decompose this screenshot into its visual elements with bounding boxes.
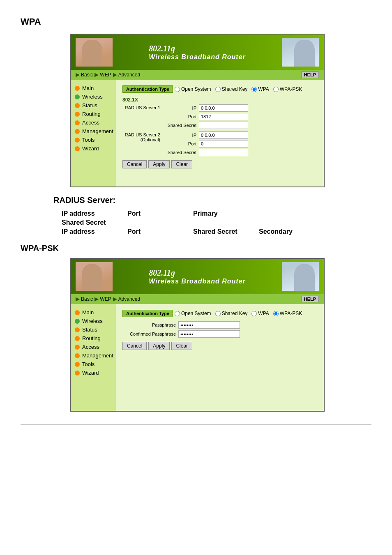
help-button[interactable]: HELP (301, 71, 319, 78)
radio-wpa-psk[interactable]: WPA-PSK (273, 86, 302, 92)
wpa-psk-sidebar-management[interactable]: Management (71, 351, 116, 360)
passphrase-input[interactable] (178, 321, 240, 329)
wpa-psk-radio-open-system[interactable]: Open System (175, 311, 211, 316)
nav-arrow-1: ▶ (76, 72, 79, 78)
wpa-psk-sidebar-access[interactable]: Access (71, 343, 116, 351)
radius1-ip-input[interactable] (199, 104, 248, 112)
radius1-secret-row: Shared Secret (164, 122, 248, 129)
wpa-psk-radio-wpa-psk-input[interactable] (273, 311, 279, 316)
radius-description: RADIUS Server: IP address Port Primary S… (53, 196, 371, 235)
wpa-psk-router-header: 802.11g Wireless Broadband Router (71, 259, 324, 294)
wpa-psk-nav-links: ▶ Basic ▶ WEP ▶ Advanced (76, 296, 140, 302)
wpa-btn-row: Cancel Apply Clear (122, 160, 317, 168)
wpa-psk-header-image-right (282, 262, 319, 291)
wpa-psk-sidebar-wizard[interactable]: Wizard (71, 368, 116, 377)
nav-wep[interactable]: WEP (100, 72, 111, 78)
radio-wpa-input[interactable] (251, 87, 257, 92)
desc-ip-address-2: IP address (62, 228, 111, 235)
wpa-main-content: Authentication Type Open System Shared K… (116, 80, 324, 187)
nav-arrow-2: ▶ (95, 72, 98, 78)
sidebar-item-main[interactable]: Main (71, 84, 116, 92)
wpa-apply-button[interactable]: Apply (148, 160, 170, 168)
wpa-cancel-button[interactable]: Cancel (122, 160, 147, 168)
radius2-secret-input[interactable] (199, 149, 248, 156)
radius-server2-block: RADIUS Server 2 (Optional) IP Port Share… (122, 131, 317, 156)
shared-secret-label-2: Shared Secret (164, 150, 196, 155)
wpa-psk-radio-wpa-input[interactable] (251, 311, 257, 316)
radius-primary-row2: Shared Secret (62, 219, 371, 226)
dot-access (75, 120, 80, 125)
wpa-clear-button[interactable]: Clear (171, 160, 192, 168)
wpa-psk-sidebar: Main Wireless Status Routing Access Mana… (71, 304, 116, 411)
radio-open-system[interactable]: Open System (175, 86, 211, 92)
wpa-psk-brand-subtitle: Wireless Broadband Router (149, 278, 246, 285)
wpa-psk-nav-wep[interactable]: WEP (100, 296, 111, 302)
wpa-psk-router-box: 802.11g Wireless Broadband Router ▶ Basi… (70, 258, 325, 412)
radio-wpa-psk-input[interactable] (273, 87, 279, 92)
wpa-psk-router-logo: 802.11g Wireless Broadband Router (149, 268, 246, 285)
sidebar-item-routing[interactable]: Routing (71, 110, 116, 118)
wpa-psk-label-routing: Routing (82, 335, 101, 341)
wpa-psk-dot-wizard (75, 371, 80, 375)
wpa-psk-radio-wpa-psk[interactable]: WPA-PSK (273, 311, 302, 316)
wpa-psk-radio-wpa-label: WPA (258, 311, 269, 316)
sidebar-item-wireless[interactable]: Wireless (71, 92, 116, 101)
sidebar-label-access: Access (82, 120, 99, 126)
desc-secondary: Secondary (259, 228, 308, 235)
sidebar-label-main: Main (82, 85, 94, 91)
sidebar-item-access[interactable]: Access (71, 118, 116, 127)
wpa-psk-clear-button[interactable]: Clear (171, 342, 192, 350)
nav-advanced[interactable]: Advanced (118, 72, 140, 78)
wpa-psk-cancel-button[interactable]: Cancel (122, 342, 147, 350)
wpa-psk-radio-shared-key-input[interactable] (215, 311, 221, 316)
confirmed-passphrase-input[interactable] (178, 330, 240, 338)
sidebar-item-status[interactable]: Status (71, 101, 116, 110)
wpa-psk-sidebar-tools[interactable]: Tools (71, 360, 116, 368)
section-802-1x: 802.1X (122, 97, 317, 103)
wpa-psk-nav-advanced[interactable]: Advanced (118, 296, 140, 302)
radio-open-system-label: Open System (181, 86, 211, 92)
wpa-psk-sidebar-status[interactable]: Status (71, 325, 116, 334)
radius1-port-row: Port (164, 113, 248, 120)
dot-management (75, 129, 80, 134)
sidebar-item-management[interactable]: Management (71, 127, 116, 136)
dot-status (75, 103, 80, 108)
radius1-ip-row: IP (164, 104, 248, 112)
bottom-divider (21, 424, 371, 425)
nav-links: ▶ Basic ▶ WEP ▶ Advanced (76, 72, 140, 78)
wpa-psk-dot-main (75, 310, 80, 315)
sidebar-item-tools[interactable]: Tools (71, 136, 116, 144)
wpa-psk-nav-basic[interactable]: Basic (81, 296, 93, 302)
router-header: 802.11g Wireless Broadband Router (71, 35, 324, 70)
wpa-psk-sidebar-main[interactable]: Main (71, 308, 116, 317)
nav-basic[interactable]: Basic (81, 72, 93, 78)
person-body-right (294, 40, 315, 67)
wpa-psk-help-button[interactable]: HELP (301, 296, 319, 302)
radio-wpa[interactable]: WPA (251, 86, 269, 92)
wpa-psk-dot-access (75, 345, 80, 350)
wpa-psk-title: WPA-PSK (21, 244, 371, 253)
radio-shared-key-input[interactable] (215, 87, 221, 92)
wpa-psk-sidebar-wireless[interactable]: Wireless (71, 317, 116, 325)
router-logo: 802.11g Wireless Broadband Router (149, 44, 246, 61)
radius1-secret-input[interactable] (199, 122, 248, 129)
header-image-left (76, 38, 113, 67)
radius2-ip-input[interactable] (199, 131, 248, 139)
radio-open-system-input[interactable] (175, 87, 180, 92)
wpa-psk-auth-type-row: Authentication Type Open System Shared K… (122, 310, 317, 317)
wpa-psk-dot-wireless (75, 319, 80, 324)
wpa-psk-dot-status (75, 327, 80, 332)
sidebar-item-wizard[interactable]: Wizard (71, 144, 116, 153)
wpa-psk-label-tools: Tools (82, 361, 95, 367)
radius2-port-input[interactable] (199, 140, 248, 147)
wpa-psk-header-image-left (76, 262, 113, 291)
shared-secret-label-1: Shared Secret (164, 123, 196, 128)
wpa-psk-apply-button[interactable]: Apply (148, 342, 170, 350)
wpa-psk-radio-shared-key[interactable]: Shared Key (215, 311, 248, 316)
wpa-psk-radio-open-system-input[interactable] (175, 311, 180, 316)
wpa-psk-radio-wpa[interactable]: WPA (251, 311, 269, 316)
radio-shared-key[interactable]: Shared Key (215, 86, 248, 92)
wpa-psk-label-management: Management (82, 352, 113, 359)
wpa-psk-sidebar-routing[interactable]: Routing (71, 334, 116, 343)
radius1-port-input[interactable] (199, 113, 248, 120)
